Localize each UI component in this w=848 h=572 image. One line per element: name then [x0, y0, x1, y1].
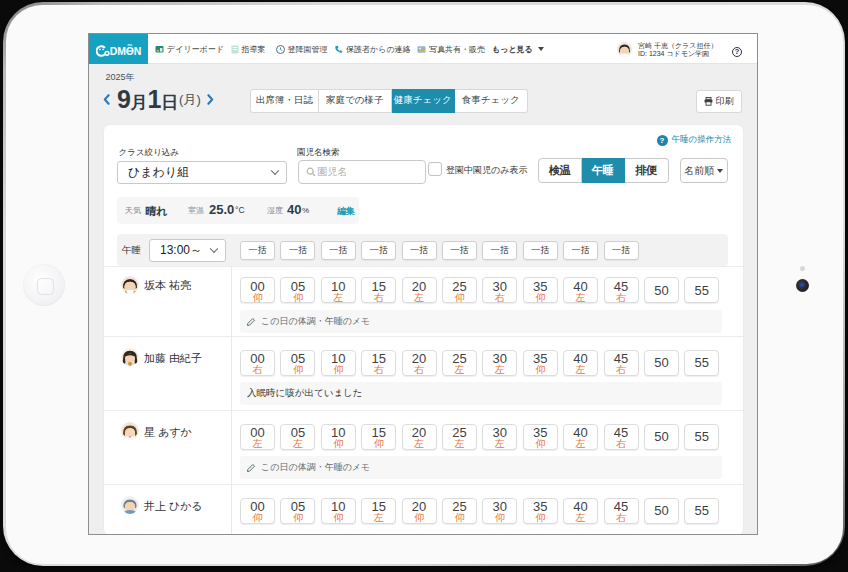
svg-text:DMON: DMON: [110, 45, 141, 57]
